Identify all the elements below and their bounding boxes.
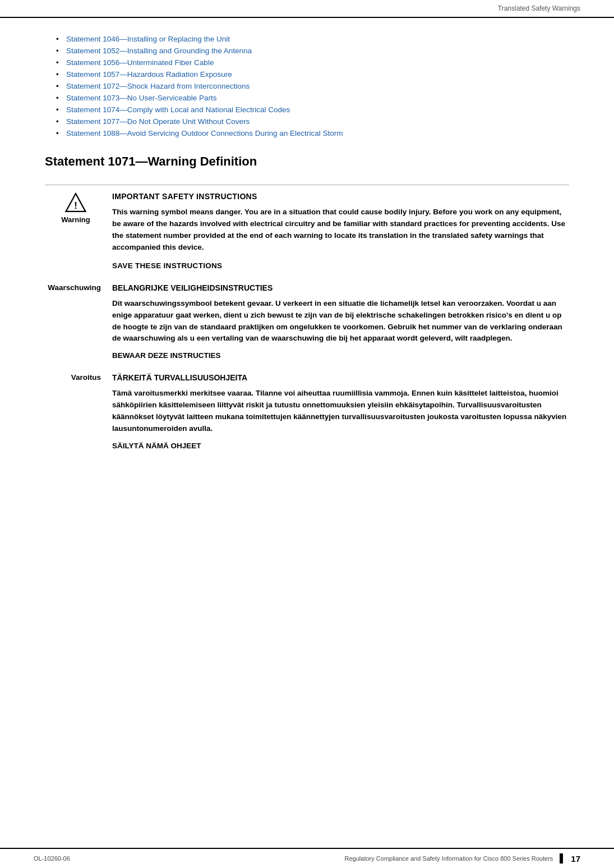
lang-content-0: BELANGRIJKE VEILIGHEIDSINSTRUCTIES Dit w… [107,283,569,360]
warning-label-col: ! Warning [45,192,107,224]
list-item[interactable]: Statement 1088—Avoid Servicing Outdoor C… [56,129,569,137]
lang-block-1: Varoitus TÄRKEITÄ TURVALLISUUSOHJEITA Tä… [45,373,569,450]
list-item[interactable]: Statement 1074—Comply with Local and Nat… [56,105,569,114]
list-item[interactable]: Statement 1077—Do Not Operate Unit Witho… [56,117,569,126]
warning-section: ! Warning IMPORTANT SAFETY INSTRUCTIONS … [45,185,569,463]
lang-label-1: Varoitus [45,373,107,382]
warning-title: IMPORTANT SAFETY INSTRUCTIONS [112,192,569,201]
lang-content-1: TÄRKEITÄ TURVALLISUUSOHJEITA Tämä varoit… [107,373,569,450]
list-link-7[interactable]: Statement 1077—Do Not Operate Unit Witho… [66,117,250,126]
lang-save-0: BEWAAR DEZE INSTRUCTIES [112,351,569,360]
lang-block-0: Waarschuwing BELANGRIJKE VEILIGHEIDSINST… [45,283,569,360]
lang-text-0: Dit waarschuwingssymbool betekent gevaar… [112,298,569,345]
lang-title-0: BELANGRIJKE VEILIGHEIDSINSTRUCTIES [112,283,569,292]
footer-bar [560,853,563,864]
list-link-8[interactable]: Statement 1088—Avoid Servicing Outdoor C… [66,129,343,137]
list-link-2[interactable]: Statement 1056—Unterminated Fiber Cable [66,58,214,67]
footer-right-text: Regulatory Compliance and Safety Informa… [345,855,553,862]
list-item[interactable]: Statement 1046—Installing or Replacing t… [56,35,569,43]
lang-title-1: TÄRKEITÄ TURVALLISUUSOHJEITA [112,373,569,382]
list-link-6[interactable]: Statement 1074—Comply with Local and Nat… [66,105,290,114]
page-content: Statement 1046—Installing or Replacing t… [0,18,614,497]
list-item[interactable]: Statement 1073—No User-Serviceable Parts [56,94,569,102]
page-number: 17 [571,854,580,864]
warning-content: IMPORTANT SAFETY INSTRUCTIONS This warni… [107,192,569,270]
lang-save-1: SÄILYTÄ NÄMÄ OHJEET [112,442,569,450]
page-header: Translated Safety Warnings [0,0,614,18]
footer-left: OL-10260-06 [34,855,70,862]
list-item[interactable]: Statement 1052—Installing and Grounding … [56,47,569,55]
list-link-0[interactable]: Statement 1046—Installing or Replacing t… [66,35,230,43]
list-link-5[interactable]: Statement 1073—No User-Serviceable Parts [66,94,217,102]
section-heading: Statement 1071—Warning Definition [45,154,569,169]
bullet-list: Statement 1046—Installing or Replacing t… [45,35,569,137]
lang-text-1: Tämä varoitusmerkki merkitsee vaaraa. Ti… [112,388,569,435]
list-link-4[interactable]: Statement 1072—Shock Hazard from Interco… [66,82,250,90]
warning-save: SAVE THESE INSTRUCTIONS [112,261,569,270]
list-link-1[interactable]: Statement 1052—Installing and Grounding … [66,47,252,55]
list-item[interactable]: Statement 1056—Unterminated Fiber Cable [56,58,569,67]
list-item[interactable]: Statement 1057—Hazardous Radiation Expos… [56,70,569,79]
warning-text: This warning symbol means danger. You ar… [112,206,569,254]
footer-right-inner: Regulatory Compliance and Safety Informa… [345,853,580,864]
lang-label-0: Waarschuwing [45,283,107,292]
warning-triangle-icon: ! [65,192,86,213]
warning-label: Warning [61,215,90,224]
svg-text:!: ! [74,200,77,211]
page-footer: OL-10260-06 Regulatory Compliance and Sa… [0,848,614,868]
header-title: Translated Safety Warnings [498,4,580,12]
list-link-3[interactable]: Statement 1057—Hazardous Radiation Expos… [66,70,232,79]
list-item[interactable]: Statement 1072—Shock Hazard from Interco… [56,82,569,90]
warning-block: ! Warning IMPORTANT SAFETY INSTRUCTIONS … [45,185,569,270]
